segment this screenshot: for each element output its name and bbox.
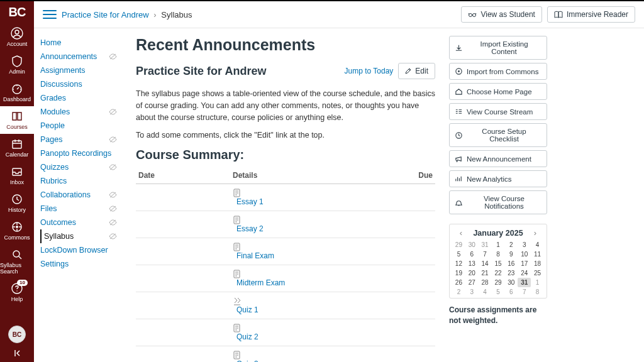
gnav-inbox[interactable]: Inbox — [0, 162, 34, 189]
cnav-panopto-recordings[interactable]: Panopto Recordings — [40, 146, 122, 160]
collapse-nav-icon[interactable] — [12, 348, 22, 358]
cnav-link[interactable]: Rubrics — [40, 177, 67, 185]
calendar-day[interactable]: 2 — [452, 287, 465, 297]
cnav-quizzes[interactable]: Quizzes — [40, 160, 122, 174]
cnav-link[interactable]: Assignments — [40, 66, 86, 75]
calendar-day[interactable]: 18 — [531, 259, 544, 268]
cnav-people[interactable]: People — [40, 119, 122, 133]
side-course-setup-checklist[interactable]: Course Setup Checklist — [449, 123, 547, 147]
calendar-day[interactable]: 29 — [492, 278, 505, 287]
side-new-announcement[interactable]: New Announcement — [449, 150, 547, 167]
side-view-course-notifications[interactable]: View Course Notifications — [449, 190, 547, 214]
view-as-student-button[interactable]: View as Student — [461, 6, 542, 23]
calendar-day[interactable]: 29 — [452, 240, 465, 250]
calendar-day[interactable]: 30 — [465, 240, 479, 250]
cnav-link[interactable]: Collaborations — [40, 190, 91, 199]
side-import-from-commons[interactable]: Import from Commons — [449, 63, 547, 80]
calendar-day[interactable]: 4 — [479, 287, 492, 297]
calendar-next-icon[interactable]: › — [530, 228, 540, 238]
calendar-day[interactable]: 2 — [504, 240, 518, 250]
side-view-course-stream[interactable]: View Course Stream — [449, 103, 547, 120]
calendar-day[interactable]: 13 — [465, 259, 479, 268]
calendar-day[interactable]: 1 — [531, 278, 544, 287]
gnav-help[interactable]: Help10 — [0, 278, 34, 306]
calendar-day[interactable]: 21 — [479, 268, 492, 278]
calendar-day[interactable]: 31 — [479, 240, 492, 250]
gnav-courses[interactable]: Courses — [0, 106, 34, 134]
calendar-day[interactable]: 16 — [504, 259, 518, 268]
cnav-link[interactable]: LockDown Browser — [40, 246, 108, 255]
gnav-commons[interactable]: Commons — [0, 217, 34, 244]
cnav-pages[interactable]: Pages — [40, 133, 122, 146]
calendar-day[interactable]: 17 — [518, 259, 531, 268]
calendar-day[interactable]: 12 — [452, 259, 465, 268]
cnav-link[interactable]: Panopto Recordings — [40, 149, 111, 158]
cnav-outcomes[interactable]: Outcomes — [40, 216, 122, 229]
calendar-day[interactable]: 27 — [465, 278, 479, 287]
calendar-day[interactable]: 30 — [504, 278, 518, 287]
logo[interactable]: BC — [9, 5, 26, 19]
gnav-account[interactable]: Account — [0, 23, 34, 51]
calendar-day[interactable]: 20 — [465, 268, 479, 278]
calendar-day[interactable]: 10 — [518, 250, 531, 259]
calendar-day[interactable]: 25 — [531, 268, 544, 278]
cnav-home[interactable]: Home — [40, 36, 122, 50]
calendar-day[interactable]: 3 — [518, 240, 531, 250]
cnav-link[interactable]: People — [40, 121, 65, 130]
cnav-link[interactable]: Grades — [40, 94, 66, 102]
side-import-existing-content[interactable]: Import Existing Content — [449, 36, 547, 60]
assignment-link[interactable]: Essay 1 — [236, 197, 264, 206]
edit-button[interactable]: Edit — [398, 63, 435, 79]
calendar-day[interactable]: 5 — [452, 250, 465, 259]
cnav-link[interactable]: Settings — [40, 260, 69, 268]
cnav-link[interactable]: Syllabus — [44, 232, 74, 241]
cnav-assignments[interactable]: Assignments — [40, 63, 122, 77]
calendar-day[interactable]: 5 — [492, 287, 505, 297]
gnav-syllabus-search[interactable]: Syllabus Search — [0, 244, 34, 278]
calendar-day[interactable]: 8 — [492, 250, 505, 259]
cnav-link[interactable]: Quizzes — [40, 163, 69, 172]
calendar-day[interactable]: 14 — [479, 259, 492, 268]
assignment-link[interactable]: Quiz 2 — [236, 332, 258, 341]
calendar-day[interactable]: 8 — [531, 287, 544, 297]
gnav-history[interactable]: History — [0, 189, 34, 217]
calendar-day[interactable]: 7 — [518, 287, 531, 297]
cnav-settings[interactable]: Settings — [40, 257, 122, 271]
cnav-link[interactable]: Pages — [40, 135, 62, 144]
cnav-link[interactable]: Modules — [40, 107, 70, 116]
cnav-modules[interactable]: Modules — [40, 105, 122, 119]
cnav-lockdown-browser[interactable]: LockDown Browser — [40, 243, 122, 257]
calendar-day[interactable]: 4 — [531, 240, 544, 250]
calendar-day[interactable]: 6 — [465, 250, 479, 259]
breadcrumb-course[interactable]: Practice Site for Andrew — [62, 10, 149, 19]
gnav-calendar[interactable]: Calendar — [0, 134, 34, 162]
cnav-discussions[interactable]: Discussions — [40, 77, 122, 91]
assignment-link[interactable]: Essay 2 — [236, 224, 264, 233]
gnav-admin[interactable]: Admin — [0, 51, 34, 79]
cnav-grades[interactable]: Grades — [40, 91, 122, 105]
calendar-prev-icon[interactable]: ‹ — [456, 228, 466, 238]
calendar-day[interactable]: 11 — [531, 250, 544, 259]
cnav-rubrics[interactable]: Rubrics — [40, 174, 122, 188]
cnav-link[interactable]: Home — [40, 38, 61, 47]
hamburger-icon[interactable] — [43, 8, 57, 21]
gnav-dashboard[interactable]: Dashboard — [0, 79, 34, 106]
cnav-link[interactable]: Discussions — [40, 80, 82, 89]
assignment-link[interactable]: Quiz 3 — [236, 359, 258, 362]
avatar[interactable]: BC — [8, 326, 26, 343]
calendar-day[interactable]: 15 — [492, 259, 505, 268]
calendar-day[interactable]: 28 — [479, 278, 492, 287]
cnav-link[interactable]: Announcements — [40, 52, 97, 61]
calendar-day[interactable]: 23 — [504, 268, 518, 278]
calendar-day[interactable]: 7 — [479, 250, 492, 259]
jump-to-today-link[interactable]: Jump to Today — [344, 67, 393, 75]
cnav-announcements[interactable]: Announcements — [40, 50, 122, 63]
calendar-day[interactable]: 24 — [518, 268, 531, 278]
side-choose-home-page[interactable]: Choose Home Page — [449, 83, 547, 100]
immersive-reader-button[interactable]: Immersive Reader — [547, 6, 635, 23]
assignment-link[interactable]: Midterm Exam — [236, 278, 285, 287]
calendar-day[interactable]: 1 — [492, 240, 505, 250]
calendar-day[interactable]: 9 — [504, 250, 518, 259]
calendar-day[interactable]: 3 — [465, 287, 479, 297]
cnav-link[interactable]: Outcomes — [40, 218, 76, 227]
